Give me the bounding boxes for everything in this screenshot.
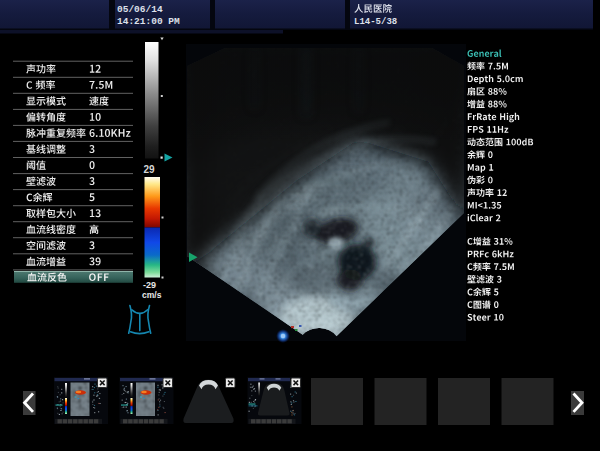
svg-text:05/06/14: 05/06/14: [117, 4, 163, 15]
svg-text:14:21:00 PM: 14:21:00 PM: [117, 16, 180, 27]
svg-text:-29: -29: [143, 280, 156, 290]
svg-text:L14-5/38: L14-5/38: [354, 17, 397, 27]
svg-text:29: 29: [144, 164, 156, 175]
svg-text:cm/s: cm/s: [142, 290, 162, 300]
